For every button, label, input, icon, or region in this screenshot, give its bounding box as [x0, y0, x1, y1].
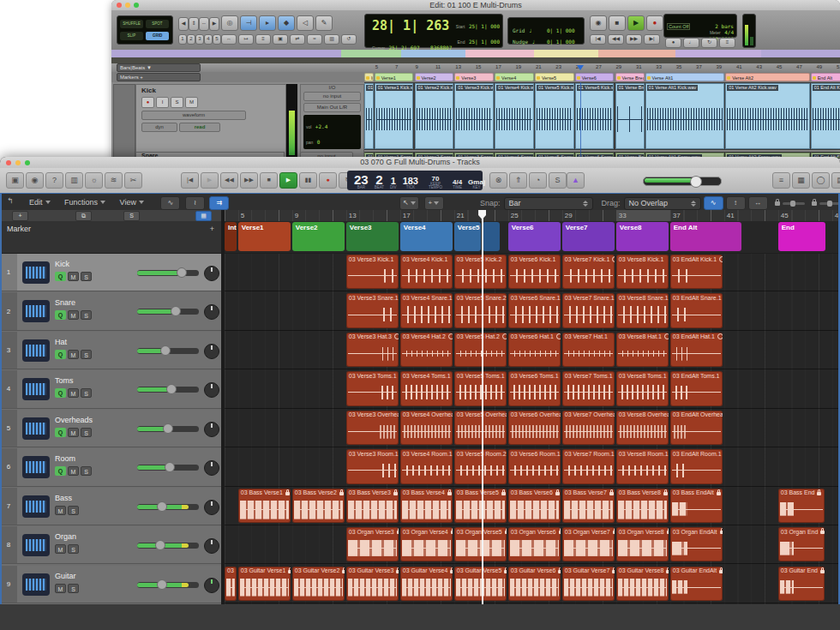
arrangement-marker[interactable]: Verse4 — [400, 222, 453, 251]
mute-button[interactable]: M — [68, 272, 79, 281]
metronome-button[interactable]: ● — [665, 38, 681, 48]
audio-region[interactable]: 03 Verse5 Hat.2 — [454, 333, 507, 367]
smart-controls-icon[interactable]: ☼ — [85, 172, 103, 189]
pt-ruler-label[interactable]: Bars|Beats ▼ — [117, 63, 201, 72]
solo-button[interactable]: S — [81, 310, 92, 320]
list-editors-icon[interactable]: ≡ — [772, 172, 790, 189]
mute-button[interactable]: M — [68, 350, 79, 359]
drag-select[interactable]: No Overlap — [624, 197, 701, 210]
edit-tool-button[interactable]: ◎ — [221, 15, 238, 31]
track-header[interactable]: 6RoomQMS — [0, 448, 221, 486]
solo-button[interactable]: S — [81, 272, 92, 281]
quick-help-icon[interactable]: ? — [45, 172, 63, 189]
track-header[interactable]: 9GuitarMS — [0, 566, 221, 603]
pause-button[interactable]: ▮▮ — [299, 172, 317, 189]
volume-knob[interactable] — [155, 540, 165, 550]
audio-region[interactable]: 03 Bass Verse5 — [454, 489, 507, 523]
edit-tool-button[interactable]: ⊣ — [240, 15, 257, 31]
solo-button[interactable]: S — [68, 584, 79, 593]
audio-region[interactable]: 03 Verse7 Hat.1 — [562, 333, 615, 367]
go-to-beginning-button[interactable]: |◀ — [181, 172, 199, 189]
master-volume-slider[interactable] — [643, 177, 722, 186]
audio-region[interactable]: 03 Verse6 Snare.1 — [508, 293, 561, 327]
audio-region[interactable]: 03 Verse8 Kick.1 — [616, 255, 669, 289]
timeline-marker[interactable]: End Alt — [811, 73, 840, 81]
pt-audio-region[interactable]: 01 Verse4 Kick.wav — [495, 83, 534, 149]
pan-knob[interactable] — [204, 266, 219, 281]
locate-button[interactable]: ▶| — [644, 34, 660, 45]
audio-region[interactable]: 03 Verse7 Snare.1 — [562, 293, 615, 327]
audio-region[interactable]: 03 Guitar Verse1 — [238, 567, 291, 601]
snap-select[interactable]: Bar — [504, 197, 593, 210]
master-level-icon[interactable]: ▲ — [567, 172, 585, 189]
pt-counter-panel[interactable]: 28| 1| 263 Start 25| 1| 000 End 25| 1| 0… — [364, 14, 503, 48]
timeline-marker[interactable]: Intr — [364, 73, 374, 81]
audio-region[interactable]: 03 Guitar End — [778, 567, 825, 601]
audio-region[interactable]: 03 Organ Verse6 — [508, 527, 561, 561]
pt-audio-region[interactable]: 01 Verse3 Kick.wav — [454, 83, 494, 149]
track-header-config-button[interactable]: ▦ — [195, 211, 212, 221]
solo-button[interactable]: S — [68, 506, 79, 515]
track-header[interactable]: 3HatQMS — [0, 332, 221, 369]
volume-knob[interactable] — [163, 423, 173, 434]
audio-region[interactable]: 03 Organ End — [778, 527, 825, 561]
audio-region[interactable]: 03 Verse4 Kick.1 — [400, 255, 453, 289]
timeline-marker[interactable]: Verse5 — [535, 73, 574, 81]
volume-knob[interactable] — [177, 267, 187, 278]
audio-region[interactable]: 03 Verse8 Hat.1 — [616, 333, 669, 367]
mute-button[interactable]: M — [68, 428, 79, 437]
audio-region[interactable]: 03 Verse5 Overheads.1 — [454, 411, 507, 445]
audio-region[interactable]: 03 Verse5 Room.2 — [454, 449, 507, 483]
zoom-arrow-button[interactable]: ▶ — [209, 17, 219, 31]
pt-audio-region[interactable]: 01 Verse Alt1 Kick.wav — [645, 83, 725, 149]
volume-knob[interactable] — [157, 501, 167, 512]
audio-region[interactable]: 03 Bass EndAlt — [670, 489, 723, 523]
pan-knob[interactable] — [204, 344, 219, 359]
audio-region[interactable]: 03 Verse4 Overheads.1 — [400, 411, 453, 445]
pt-track-button[interactable]: M — [185, 97, 198, 108]
edit-function-button[interactable]: ≡ — [255, 34, 271, 45]
edit-tool-button[interactable]: ◆ — [278, 15, 295, 31]
audio-region[interactable]: 03 Verse8 Snare.1 — [616, 293, 669, 327]
audio-region[interactable]: 03 Verse8 Room.1 — [616, 449, 669, 483]
pt-automation-mode[interactable]: read — [179, 123, 220, 132]
editors-icon[interactable]: ✂ — [124, 172, 142, 189]
metronome-icon[interactable]: ◔ — [529, 172, 547, 189]
vertical-zoom-slider[interactable] — [775, 201, 805, 206]
edit-function-button[interactable]: ↔ — [221, 34, 237, 45]
edit-tool-button[interactable]: ◁ — [297, 15, 314, 31]
audio-region[interactable]: 03 Verse7 Room.1 — [562, 449, 615, 483]
audio-region[interactable]: 03 Bass End — [778, 489, 825, 523]
inspector-icon[interactable]: ◉ — [26, 172, 44, 189]
solo-button[interactable]: S — [81, 388, 92, 398]
zoom-preset-button[interactable]: 5 — [213, 34, 221, 45]
mute-button[interactable]: M — [55, 544, 66, 554]
forward-button[interactable]: ▶▶ — [240, 172, 258, 189]
pan-knob[interactable] — [204, 578, 219, 593]
audio-region[interactable]: 03 Verse8 Overheads.1 — [616, 411, 669, 445]
timeline-marker[interactable]: Verse4 — [495, 73, 534, 81]
pt-audio-region[interactable]: 01 Verse6 Kick.wav — [575, 83, 615, 149]
pan-knob[interactable] — [204, 538, 219, 554]
apple-loops-icon[interactable]: ◯ — [812, 172, 830, 189]
solo-button[interactable]: S — [81, 350, 92, 359]
quantize-button[interactable]: Q — [55, 428, 66, 437]
track-header[interactable]: 5OverheadsQMS — [0, 410, 221, 447]
timeline-marker[interactable]: Verse Alt1 — [645, 73, 725, 81]
marker-lane-header[interactable]: Marker + — [0, 221, 221, 254]
audio-region[interactable]: 03 Verse3 Hat.3 — [346, 333, 399, 367]
pt-audio-region[interactable]: 01 Verse Break Kick.w — [615, 83, 645, 149]
pt-playhead-caret[interactable] — [577, 65, 584, 70]
horizontal-zoom-slider[interactable] — [812, 201, 840, 206]
arrangement-marker[interactable]: Verse7 — [562, 222, 615, 251]
tool-icon[interactable]: ↰ — [7, 196, 14, 205]
pt-universe-view[interactable] — [111, 50, 840, 57]
arrangement-marker[interactable]: Verse2 — [292, 222, 345, 251]
audio-region[interactable]: 03 Verse3 Toms.1 — [346, 371, 399, 405]
track-header[interactable]: 2SnareQMS — [0, 292, 221, 330]
zoom-arrow-button[interactable]: ⇔ — [199, 17, 209, 31]
zoom-preset-button[interactable]: 3 — [195, 34, 204, 45]
audio-region[interactable]: 03 Verse6 Hat.1 — [508, 333, 561, 367]
audio-region[interactable]: 03 Verse6 Toms.1 — [508, 371, 561, 405]
zoom-preset-button[interactable]: 1 — [178, 34, 187, 45]
